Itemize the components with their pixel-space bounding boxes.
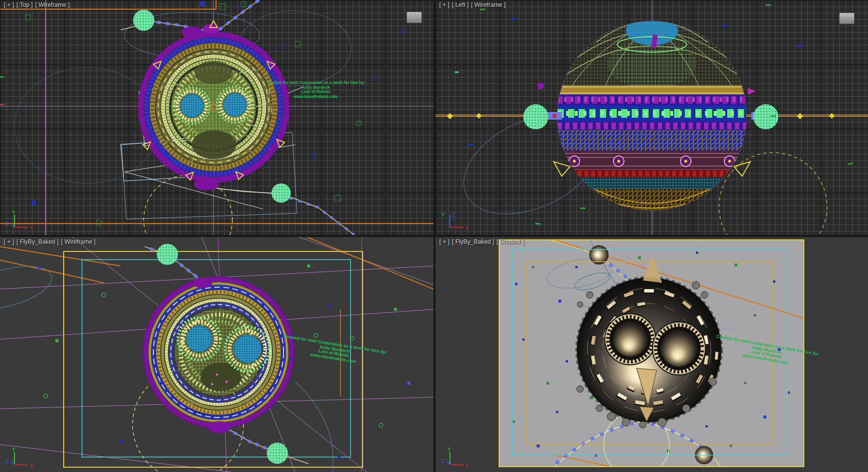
viewport-menu-view[interactable]: [ FlyBy_Baked ] <box>452 238 494 245</box>
viewport-label-left[interactable]: [ + ] [ Left ] [ Wireframe ] <box>439 1 506 8</box>
viewport-widget-box[interactable] <box>839 13 854 24</box>
viewport-top[interactable]: [ + ] [ Top ] [ Wireframe ] Created for … <box>0 0 434 235</box>
top-view-scene <box>0 0 434 235</box>
axis-tripod: Y X Z <box>439 447 473 468</box>
viewport-menu-view[interactable]: [ Top ] <box>16 1 33 8</box>
shaded-sphere-model <box>577 256 721 428</box>
axis-z-label: Z <box>6 458 9 464</box>
viewport-menu-shading[interactable]: [ Wireframe ] <box>35 1 70 8</box>
axis-tripod: Y X Z <box>4 210 38 231</box>
axis-x-label: X <box>30 463 33 468</box>
axis-x-label: X <box>30 225 33 230</box>
viewport-menu-view[interactable]: [ Left ] <box>452 1 469 8</box>
axis-z-label: Z <box>452 212 455 218</box>
axis-z-label: Z <box>6 222 9 227</box>
left-view-scene <box>435 0 868 235</box>
axis-y-label: Y <box>448 447 451 452</box>
viewport-menu-plus[interactable]: [ + ] <box>4 238 14 245</box>
viewport-widget-box[interactable] <box>407 12 422 23</box>
flyby-shaded-scene <box>435 237 868 472</box>
axis-z-label: Z <box>441 458 444 464</box>
viewport-label-flyby-wireframe[interactable]: [ + ] [ FlyBy_Baked ] [ Wireframe ] <box>4 238 95 245</box>
viewport-left[interactable]: [ + ] [ Left ] [ Wireframe ] Y X Z <box>435 0 868 235</box>
viewport-menu-plus[interactable]: [ + ] <box>4 1 14 8</box>
dashed-path-circle <box>144 175 232 235</box>
viewport-menu-shading[interactable]: [ Shaded ] <box>497 238 524 245</box>
viewport-menu-view[interactable]: [ FlyBy_Baked ] <box>16 238 59 245</box>
axis-x-label: X <box>465 463 469 468</box>
viewport-menu-plus[interactable]: [ + ] <box>439 1 449 8</box>
axis-y-label: Y <box>441 212 445 218</box>
viewport-menu-plus[interactable]: [ + ] <box>439 238 449 245</box>
orbit-spline <box>573 269 612 293</box>
axis-y-label: Y <box>12 210 15 215</box>
flyby-wireframe-scene <box>0 237 434 472</box>
viewport-flyby-wireframe[interactable]: [ + ] [ FlyBy_Baked ] [ Wireframe ] Crea… <box>0 237 434 472</box>
axis-y-label: Y <box>12 447 15 452</box>
viewport-menu-shading[interactable]: [ Wireframe ] <box>61 238 96 245</box>
sphere-model-flyby <box>143 277 294 433</box>
axis-tripod: Y X Z <box>4 447 38 468</box>
viewport-label-flyby-shaded[interactable]: [ + ] [ FlyBy_Baked ] [ Shaded ] <box>439 238 524 245</box>
viewport-label-top[interactable]: [ + ] [ Top ] [ Wireframe ] <box>4 1 70 8</box>
dashed-path-circle <box>719 153 827 235</box>
orbit-spline <box>295 382 333 472</box>
sphere-model-left-view <box>548 0 756 211</box>
axis-x-label: X <box>465 225 469 230</box>
viewport-flyby-shaded[interactable]: [ + ] [ FlyBy_Baked ] [ Shaded ] Created… <box>435 237 868 472</box>
viewport-menu-shading[interactable]: [ Wireframe ] <box>471 1 506 8</box>
axis-tripod: Y X Z <box>439 210 473 231</box>
